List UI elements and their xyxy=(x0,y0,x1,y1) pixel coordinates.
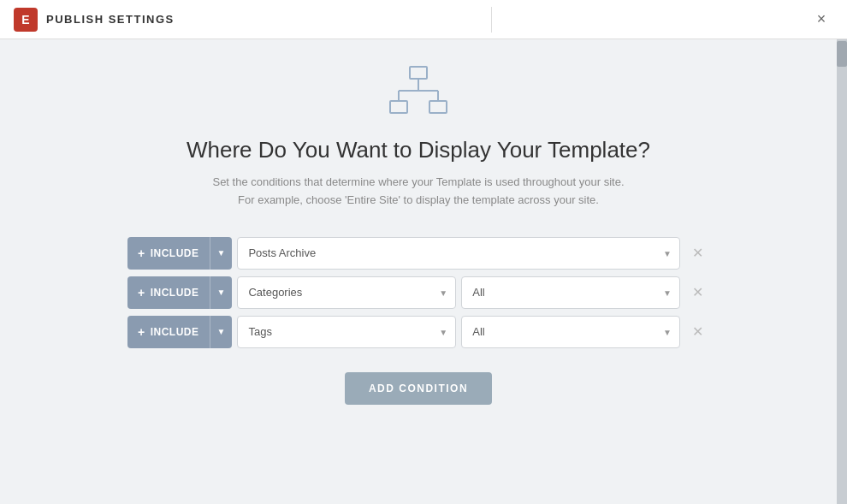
sub-text: Set the conditions that determine where … xyxy=(212,174,624,210)
condition-row-1: + INCLUDE ▼ Posts Archive Entire Site Fr… xyxy=(127,237,709,270)
include-button-3[interactable]: + INCLUDE ▼ xyxy=(127,316,232,348)
remove-condition-3-button[interactable]: ✕ xyxy=(685,320,709,344)
add-condition-button[interactable]: ADD CONDITION xyxy=(345,372,492,405)
site-structure-icon xyxy=(388,65,448,120)
remove-condition-2-button[interactable]: ✕ xyxy=(685,281,709,305)
svg-rect-0 xyxy=(410,67,427,79)
svg-rect-1 xyxy=(390,101,407,113)
scrollbar-thumb[interactable] xyxy=(837,41,847,67)
main-heading: Where Do You Want to Display Your Templa… xyxy=(187,137,650,163)
categories-select-wrapper: Categories Tags All ▼ xyxy=(237,276,456,309)
svg-rect-2 xyxy=(429,101,447,113)
conditions-container: + INCLUDE ▼ Posts Archive Entire Site Fr… xyxy=(127,237,709,348)
tags-all-select[interactable]: All Featured Popular xyxy=(461,316,680,348)
categories-select[interactable]: Categories Tags All xyxy=(237,276,456,309)
categories-all-select-wrapper: All Uncategorized News ▼ xyxy=(461,276,680,309)
scrollbar-track[interactable] xyxy=(837,39,847,504)
posts-archive-select[interactable]: Posts Archive Entire Site Front Page Blo… xyxy=(237,237,680,270)
condition-row-3: + INCLUDE ▼ Tags Categories All ▼ All xyxy=(127,316,709,348)
header-left: E PUBLISH SETTINGS xyxy=(14,8,175,32)
close-button[interactable]: × xyxy=(809,8,833,32)
condition-row-2: + INCLUDE ▼ Categories Tags All ▼ All xyxy=(127,276,709,309)
header-divider xyxy=(491,7,492,33)
content-area: Where Do You Want to Display Your Templa… xyxy=(0,39,837,504)
tags-select-wrapper: Tags Categories All ▼ xyxy=(237,316,456,348)
elementor-logo: E xyxy=(14,8,38,32)
header: E PUBLISH SETTINGS × xyxy=(0,0,847,39)
main-content: Where Do You Want to Display Your Templa… xyxy=(0,39,847,504)
tags-all-select-wrapper: All Featured Popular ▼ xyxy=(461,316,680,348)
remove-condition-1-button[interactable]: ✕ xyxy=(685,241,709,265)
header-title: PUBLISH SETTINGS xyxy=(46,13,175,26)
tags-select[interactable]: Tags Categories All xyxy=(237,316,456,348)
include-button-2[interactable]: + INCLUDE ▼ xyxy=(127,276,232,309)
posts-archive-select-wrapper: Posts Archive Entire Site Front Page Blo… xyxy=(237,237,680,270)
include-button-1[interactable]: + INCLUDE ▼ xyxy=(127,237,232,270)
categories-all-select[interactable]: All Uncategorized News xyxy=(461,276,680,309)
